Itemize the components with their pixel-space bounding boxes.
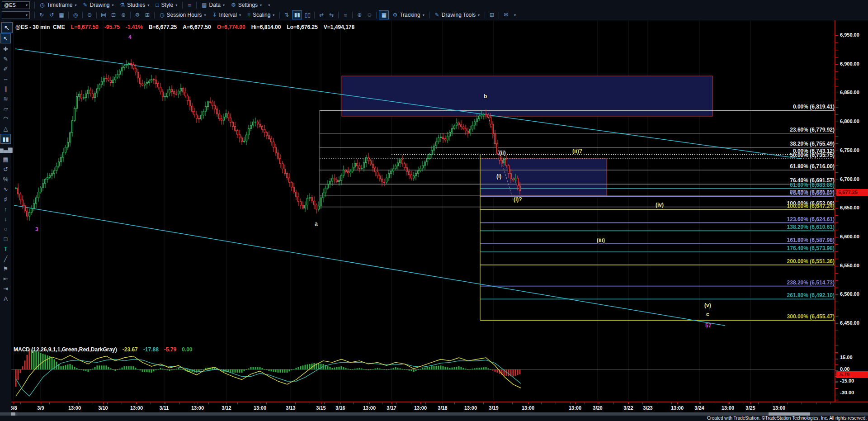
menu-timeframe-label: Timeframe xyxy=(47,2,72,8)
grid-tool[interactable]: ▦ xyxy=(1,155,10,164)
menu-studies[interactable]: ⚗ Studies ▾ xyxy=(117,0,153,10)
price-axis-tick xyxy=(835,136,838,137)
candle-body xyxy=(35,198,37,203)
time-axis-tick xyxy=(802,402,802,404)
menu-overflow[interactable]: ▾ xyxy=(265,0,273,10)
zoom-out-icon[interactable]: ⊖ xyxy=(365,11,374,19)
candle-body xyxy=(399,160,401,163)
save-chart-icon[interactable]: ⊡ xyxy=(109,11,118,19)
calendar-icon[interactable]: ▦ xyxy=(57,11,66,19)
macd-histogram-bar xyxy=(135,368,137,369)
macd-histogram-bar xyxy=(144,369,146,372)
candle-body xyxy=(38,192,39,198)
candle-body xyxy=(99,85,100,89)
drawing-tools-menu[interactable]: ✎ Drawing Tools ▾ xyxy=(432,10,483,20)
histogram-tool[interactable]: ▅▃▆ xyxy=(1,145,10,154)
scaling-menu[interactable]: ≡ Scaling ▾ xyxy=(244,10,278,20)
arrow-up-tool[interactable]: ↑ xyxy=(1,204,10,213)
macd-histogram-bar xyxy=(379,369,381,369)
time-axis-tick xyxy=(291,402,291,404)
expand-bars-icon[interactable]: ⇆ xyxy=(327,11,336,19)
candle-body xyxy=(166,93,168,97)
candle-body xyxy=(146,82,147,84)
polygon-tool[interactable]: ▱ xyxy=(1,104,10,113)
secondary-symbol-select[interactable]: ▾ xyxy=(2,11,30,19)
new-chart-icon[interactable]: ⊞ xyxy=(487,11,496,19)
refresh-all-icon[interactable]: ↺ xyxy=(47,11,56,19)
candle-style-icon[interactable]: ▮▮ xyxy=(292,10,302,19)
high: Hi=6,814.00 xyxy=(251,24,281,30)
link-chart-icon[interactable]: ⋈ xyxy=(99,11,108,19)
toolbar-overflow[interactable]: ▾ xyxy=(511,10,519,20)
parallel-lines-tool[interactable]: ∥ xyxy=(1,84,10,93)
triangle-tool[interactable]: △ xyxy=(1,124,10,133)
candle-body xyxy=(56,166,57,171)
candle-body xyxy=(112,80,113,83)
marker-tool[interactable]: ✐ xyxy=(1,64,10,73)
expand-horizontal-tool[interactable]: ⇔ xyxy=(1,74,10,83)
cycle-tool[interactable]: ↺ xyxy=(1,165,10,174)
menu-settings[interactable]: ⚙ Settings ▾ xyxy=(228,0,265,10)
channel-tool[interactable]: ≋ xyxy=(1,94,10,103)
crosshair-tool[interactable]: ✚ xyxy=(1,44,10,53)
candle-body xyxy=(349,171,351,173)
layers-icon[interactable]: ≡ xyxy=(341,11,350,19)
scrollbar-thumb[interactable] xyxy=(769,412,810,416)
pointer-tool[interactable]: ↖ xyxy=(0,33,11,43)
price-axis-tick xyxy=(835,309,838,309)
arrow-down-tool[interactable]: ↓ xyxy=(1,214,10,223)
candle-body xyxy=(223,117,224,120)
tracking-menu[interactable]: ⚙ Tracking ▾ xyxy=(389,10,427,20)
search-chart-icon[interactable]: ◎ xyxy=(71,11,80,19)
time-axis[interactable]: 3/83/913:003/1013:003/1113:003/1213:003/… xyxy=(0,402,868,412)
chart-canvas[interactable] xyxy=(0,0,868,421)
extend-left-tool[interactable]: ⇤ xyxy=(1,274,10,283)
symbol-select[interactable]: @ES ▾ xyxy=(2,1,30,9)
ellipse-tool[interactable]: ○ xyxy=(1,224,10,233)
macd-histogram-bar xyxy=(40,353,42,369)
time-axis-tick xyxy=(787,402,788,404)
pencil-tool[interactable]: ✎ xyxy=(1,54,10,63)
candle-body xyxy=(453,126,455,128)
macd-study-row[interactable]: MACD (12,26,9,1,1,Green,Red,DarkGray) -2… xyxy=(14,346,193,353)
target-icon[interactable]: ⊙ xyxy=(85,11,94,19)
layout-icon[interactable]: ≡ xyxy=(185,1,194,9)
cursor-tool-indicator[interactable]: ↖ xyxy=(1,22,13,33)
compress-bars-icon[interactable]: ⇄ xyxy=(317,11,326,19)
text-tool[interactable]: T xyxy=(1,244,10,253)
time-axis-tick xyxy=(585,402,585,404)
macd-histogram-bar xyxy=(436,366,437,369)
percent-retrace-tool[interactable]: % xyxy=(1,175,10,184)
menu-data[interactable]: ▤ Data ▾ xyxy=(198,0,228,10)
extend-right-tool[interactable]: ⇥ xyxy=(1,284,10,293)
volume-bars-tool[interactable]: ▮▮ xyxy=(0,134,11,144)
macd-histogram-bar xyxy=(467,369,469,370)
arc-tool[interactable]: ◠ xyxy=(1,114,10,123)
session-template-icon[interactable]: ⊞ xyxy=(143,11,152,19)
menu-style[interactable]: □ Style ▾ xyxy=(152,0,180,10)
hollow-candle-style-icon[interactable]: ▯▯ xyxy=(303,11,312,19)
zoom-in-icon[interactable]: ⊕ xyxy=(355,11,364,19)
chat-icon[interactable]: ✉ xyxy=(501,11,510,19)
flag-tool[interactable]: ⚑ xyxy=(1,264,10,273)
bar-style-icon[interactable]: ⇅ xyxy=(282,11,291,19)
wave-tool[interactable]: ∿ xyxy=(1,184,10,194)
data-icon: ▤ xyxy=(202,2,207,8)
price-axis[interactable] xyxy=(835,20,868,412)
horizontal-scrollbar[interactable] xyxy=(0,412,868,416)
refresh-icon[interactable]: ↻ xyxy=(37,11,46,19)
rectangle-tool[interactable]: □ xyxy=(1,234,10,243)
grid-icon[interactable]: ▦ xyxy=(379,10,389,19)
session-hours-menu[interactable]: ◷ Session Hours ▾ xyxy=(156,10,209,20)
symbol-settings-icon[interactable]: ⚙ xyxy=(133,11,142,19)
annotation-tool[interactable]: A xyxy=(1,294,10,303)
pitchfork-tool[interactable]: ♯ xyxy=(1,194,10,203)
menu-timeframe[interactable]: ◷ Timeframe ▾ xyxy=(37,0,80,10)
macd-histogram-bar xyxy=(63,366,64,369)
alerts-icon[interactable]: ⊚ xyxy=(119,11,128,19)
macd-histogram-bar xyxy=(27,355,28,369)
scrollbar-left-block[interactable] xyxy=(11,412,15,416)
menu-drawing[interactable]: ✎ Drawing ▾ xyxy=(80,0,117,10)
interval-menu[interactable]: ↧ Interval ▾ xyxy=(209,10,244,20)
trendline-tool[interactable]: ╱ xyxy=(1,254,10,263)
